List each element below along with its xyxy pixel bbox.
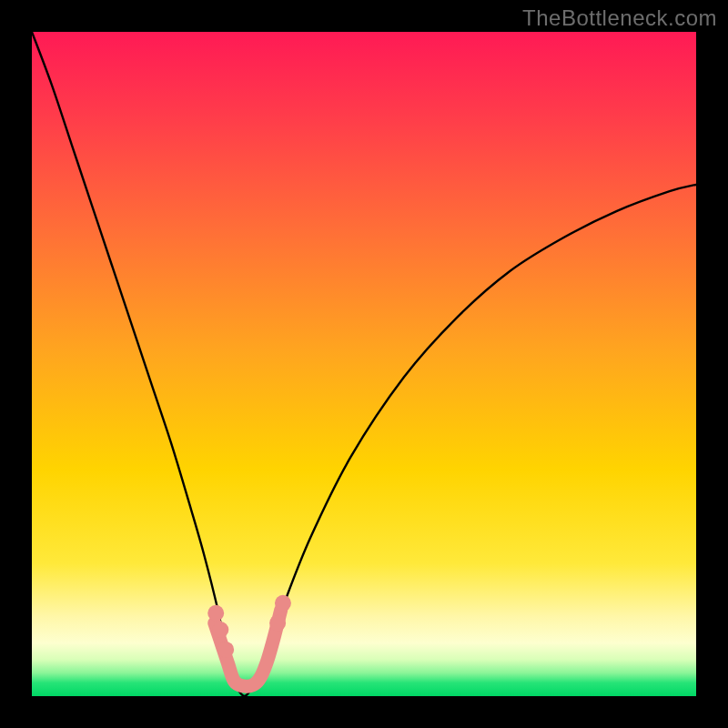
marker-dot xyxy=(207,605,224,622)
bottleneck-chart xyxy=(32,32,696,696)
marker-dot xyxy=(217,642,234,658)
marker-dot xyxy=(269,615,286,632)
plot-area xyxy=(32,32,696,696)
chart-frame: TheBottleneck.com xyxy=(0,0,728,728)
marker-dot xyxy=(275,595,291,612)
watermark-text: TheBottleneck.com xyxy=(522,5,717,31)
gradient-background xyxy=(32,32,696,696)
marker-dot xyxy=(212,622,228,638)
